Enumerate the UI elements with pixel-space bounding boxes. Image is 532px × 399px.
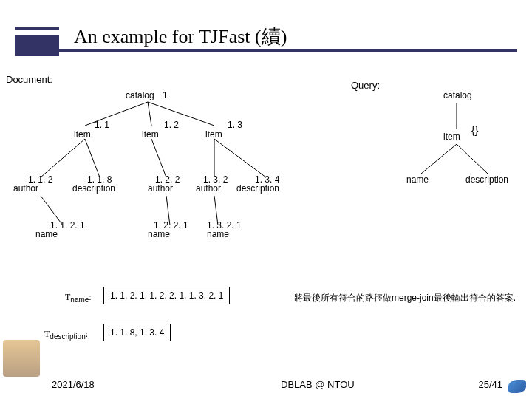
node-item3-id: 1. 3 [228,120,242,130]
q-name: name [406,174,429,185]
node-author1: author [13,183,38,194]
q-desc: description [466,174,508,185]
logo-icon [508,380,526,393]
node-item2-id: 1. 2 [164,120,179,130]
node-name3: name [207,229,229,239]
tdesc-box: 1. 1. 8, 1. 3. 4 [103,324,171,341]
node-author2-id: 1. 2. 2 [155,174,180,185]
tname-box: 1. 1. 2. 1, 1. 2. 2. 1, 1. 3. 2. 1 [103,287,230,304]
node-author3: author [196,183,221,194]
node-item1-id: 1. 1 [95,120,109,130]
node-desc2-id: 1. 3. 4 [255,174,279,185]
footer-date: 2021/6/18 [52,379,95,390]
node-name3-id: 1. 3. 2. 1 [207,220,242,231]
footer-org: DBLAB @ NTOU [281,379,355,390]
query-label: Query: [351,80,380,91]
node-author1-id: 1. 1. 2 [28,174,52,185]
node-desc2: description [236,183,279,194]
svg-line-3 [41,139,85,177]
svg-line-7 [214,139,266,177]
node-author2: author [148,183,173,194]
svg-line-5 [151,139,166,177]
footer-page: 25/41 [478,379,502,390]
svg-line-4 [85,139,100,177]
node-desc1-id: 1. 1. 8 [87,174,112,185]
node-name1-id: 1. 1. 2. 1 [50,220,85,231]
node-catalog-id: 1 [163,90,168,100]
decoration-icon [3,340,40,377]
node-item3: item [205,129,222,140]
document-label: Document: [6,74,52,85]
node-catalog: catalog [126,90,154,100]
slide-title: An example for TJFast (續) [74,24,287,50]
node-item1: item [74,129,91,140]
node-author3-id: 1. 3. 2 [203,174,228,185]
svg-line-12 [421,144,457,174]
tname-label: Tname: [65,292,92,304]
svg-line-1 [148,102,151,126]
tdesc-label: Tdescription: [44,329,88,341]
svg-line-2 [148,102,214,126]
node-name2: name [148,229,170,239]
q-item: item [443,132,460,142]
node-item2: item [142,129,159,140]
note-text: 將最後所有符合的路徑做merge-join最後輸出符合的答案. [294,292,516,304]
q-brace: {} [471,124,478,136]
node-desc1: description [72,183,115,194]
q-catalog: catalog [443,90,472,100]
node-name2-id: 1. 2. 2. 1 [154,220,188,231]
svg-line-13 [457,144,488,174]
node-name1: name [35,229,58,239]
